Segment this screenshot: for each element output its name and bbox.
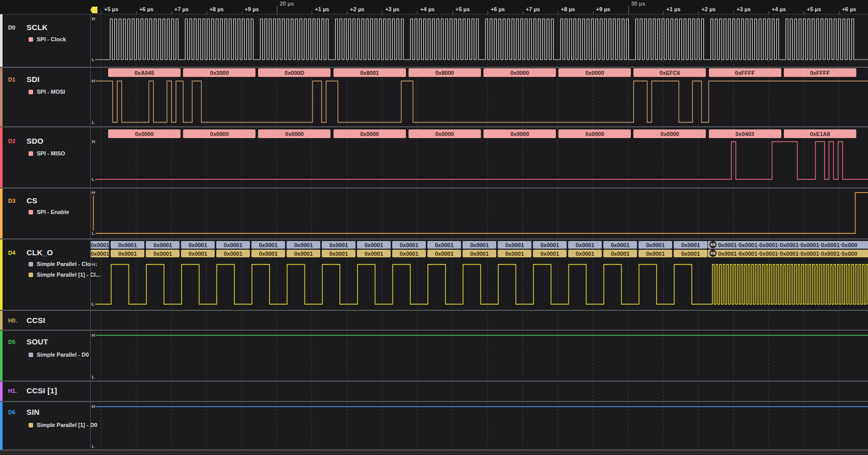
annotation-bar[interactable]: 0x0001 [463,241,496,249]
annotation-count-badge[interactable]: 69 [709,250,717,257]
channel-row-sdi[interactable]: D1SDISPI - MOSIHL0xA0450x30000x000D0x800… [0,68,868,126]
annotation-bar[interactable]: 0x0001 [392,241,426,249]
row-divider [0,238,868,239]
annotation-bar[interactable]: 0x0000 [633,129,706,138]
annotation-bar[interactable]: 0xFFFF [784,68,856,77]
annotation-bar[interactable]: 0x0001 [146,250,180,257]
timeline-tick [558,11,558,14]
annotation-bar[interactable]: 0x0001 [216,250,250,257]
annotation-bar[interactable]: 0x0403 [709,129,781,138]
annotation-bar[interactable]: 0x0001 [111,250,144,257]
annotation-bar[interactable]: 0x8001 [334,68,406,77]
waveform-sin[interactable] [0,402,868,450]
annotation-bar[interactable]: 0xA045 [108,68,181,77]
annotation-count-badge[interactable]: 69 [709,241,717,248]
annotation-bar[interactable]: 0x3000 [183,68,256,77]
annotation-bar[interactable]: 0x0001 [251,241,285,249]
timeline-label: +6 µs [842,6,856,12]
annotation-bar[interactable]: 0x0001 [392,250,426,257]
annotation-bar[interactable]: 0x0001 [287,241,320,249]
annotation-bar[interactable]: 0x0001 [603,250,637,257]
channel-row-sin[interactable]: D6SINSimple Parallel [1] - D0HL [0,402,868,450]
annotation-bar[interactable]: 0x0000 [334,129,406,138]
timeline-label: 20 µs [280,1,294,7]
annotation-bar[interactable]: 0x0000 [409,129,481,138]
low-level-label: L [91,57,95,62]
annotation-bar[interactable]: 0x0001 [639,250,672,257]
timeline-label: +3 µs [385,6,399,12]
timeline-label: +5 µs [807,6,821,12]
channel-color-strip [0,311,3,330]
channel-row-ccsi-1-[interactable]: H1.CCSI [1] [0,382,868,401]
annotation-bar[interactable]: 0x0000 [258,129,330,138]
channel-color-strip [0,382,3,401]
channel-row-sdo[interactable]: D2SDOSPI - MISOHL0x00000x00000x00000x000… [0,127,868,188]
waveform-cs[interactable] [0,189,868,238]
timeline-label: +8 µs [561,6,575,12]
annotation-bar[interactable]: 0x0001 [181,250,215,257]
annotation-bar[interactable]: 0x0001 [216,241,250,249]
waveform-sout[interactable] [0,331,868,381]
timeline-tick [101,11,101,14]
annotation-bar[interactable]: 0x0001 [639,241,672,249]
channel-row-clk-o[interactable]: D4CLK_OSimple Parallel - ClockSimple Par… [0,239,868,310]
trigger-marker-icon[interactable] [90,7,97,13]
annotation-bar[interactable]: 0xEFC6 [633,68,706,77]
annotation-bar[interactable]: 0x0001 [111,241,144,249]
channel-row-sclk[interactable]: D0SCLKSPI - ClockHL [0,14,868,67]
channel-row-ccsi[interactable]: H0.CCSI [0,311,868,330]
low-level-label: L [91,444,95,449]
timeline-label: +4 µs [420,6,435,12]
annotation-bar[interactable]: 0xFFFF [709,68,781,77]
annotation-bar[interactable]: 0x0001 [498,241,531,249]
annotation-bar[interactable]: 0x0001 [181,241,215,249]
annotation-bar[interactable]: 0x0001 [568,250,602,257]
annotation-bar[interactable]: 0x0001 [322,241,355,249]
annotation-bar[interactable]: 0x000D [258,68,330,77]
annotation-bar[interactable]: 0x0001·0x0001·0x0001·0x0001·0x0001·0x000… [708,241,868,249]
timeline-header[interactable]: +5 µs+6 µs+7 µs+8 µs+9 µs20 µs+1 µs+2 µs… [0,0,868,14]
timeline-tick [663,11,663,14]
waveform-sclk[interactable] [0,14,868,67]
annotation-bar[interactable]: 0x0000 [558,129,631,138]
bottom-scrollbar-strip[interactable] [0,450,868,455]
channel-name: CCSI [27,316,45,325]
channel-row-sout[interactable]: D5SOUTSimple Parallel - D0HL [0,331,868,381]
annotation-bar[interactable]: 0x0001 [498,250,531,257]
annotation-bar[interactable]: 0x0001 [427,241,461,249]
low-level-label: L [91,231,95,236]
annotation-bar[interactable]: 0x0001 [322,250,355,257]
annotation-bar[interactable]: 0x0001 [357,250,391,257]
annotation-bar[interactable]: 0x0001 [146,241,180,249]
timeline-label: +9 µs [245,6,259,12]
timeline-tick [417,11,418,14]
annotation-bar[interactable]: 0x0000 [108,129,181,138]
annotation-bar[interactable]: 0x0001 [603,241,637,249]
annotation-bar[interactable]: 0x0000 [483,129,556,138]
annotation-bar[interactable]: 0x0001 [533,241,567,249]
annotation-bar[interactable]: 0x0001 [357,241,391,249]
annotation-bar[interactable]: 0x0001 [674,241,707,249]
annotation-bar[interactable]: 0x8000 [409,68,481,77]
annotation-bar[interactable]: 0x0001 [427,250,461,257]
annotation-bar[interactable]: 0x0000 [483,68,556,77]
annotation-bar[interactable]: 0x0001 [251,250,285,257]
high-level-label: H [91,404,96,409]
annotation-bar[interactable]: 0x0001 [91,250,109,257]
row-divider [0,188,868,189]
annotation-bar[interactable]: 0x0001 [463,250,496,257]
channel-row-cs[interactable]: D3CSSPI - EnableHL [0,189,868,238]
annotation-bar[interactable]: 0x0000 [183,129,256,138]
timeline-label: +5 µs [455,6,470,12]
annotation-bar[interactable]: 0x0001 [533,250,567,257]
annotation-bar[interactable]: 0x0001·0x0001·0x0001·0x0001·0x0001·0x000… [708,250,868,257]
annotation-bar[interactable]: 0x0001 [287,250,320,257]
timeline-tick [733,11,734,14]
annotation-bar[interactable]: 0x0000 [558,68,631,77]
row-divider [0,310,868,311]
annotation-bar[interactable]: 0x0001 [91,241,109,249]
annotation-bar[interactable]: 0x0001 [674,250,707,257]
timeline-label: +1 µs [666,6,680,12]
annotation-bar[interactable]: 0xE1A8 [784,129,856,138]
annotation-bar[interactable]: 0x0001 [568,241,602,249]
